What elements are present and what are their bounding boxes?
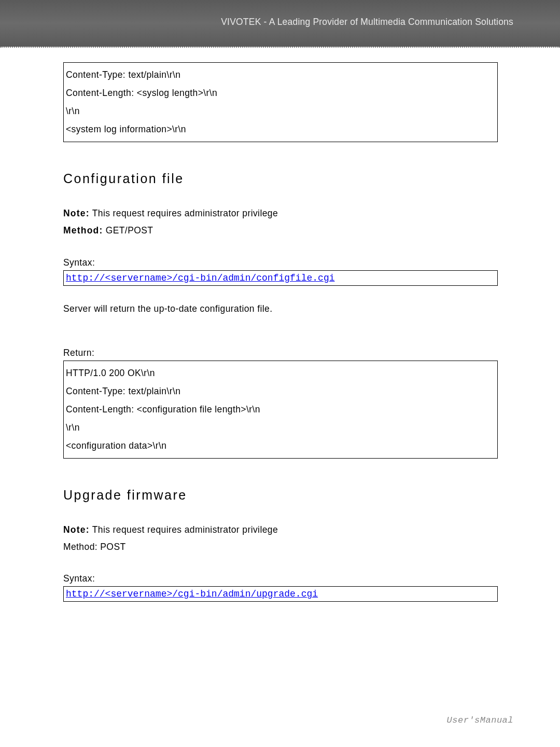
note-text-upgrade: This request requires administrator priv… [90, 524, 278, 535]
syntax-box-config: http://<servername>/cgi-bin/admin/config… [63, 270, 498, 286]
note-config: Note: This request requires administrato… [63, 205, 498, 222]
box1-line2: Content-Length: <syslog length>\r\n [66, 84, 495, 102]
header-title: VIVOTEK - A Leading Provider of Multimed… [221, 17, 513, 27]
section-heading-upgrade: Upgrade firmware [63, 488, 498, 503]
method-label: Method: [63, 225, 103, 236]
box2-line2: Content-Type: text/plain\r\n [66, 382, 495, 400]
box2-line1: HTTP/1.0 200 OK\r\n [66, 364, 495, 382]
syntax-box-upgrade: http://<servername>/cgi-bin/admin/upgrad… [63, 586, 498, 602]
box1-line4: <system log information>\r\n [66, 120, 495, 139]
box2-line3: Content-Length: <configuration file leng… [66, 400, 495, 419]
syntax-label-upgrade: Syntax: [63, 573, 498, 584]
response-box-config: HTTP/1.0 200 OK\r\n Content-Type: text/p… [63, 361, 498, 459]
method-upgrade: Method: POST [63, 538, 498, 556]
section-heading-config: Configuration file [63, 171, 498, 186]
box1-line1: Content-Type: text/plain\r\n [66, 66, 495, 84]
box2-line4: \r\n [66, 419, 495, 437]
box1-line3: \r\n [66, 102, 495, 120]
header-bar: VIVOTEK - A Leading Provider of Multimed… [0, 0, 560, 47]
upgrade-url-link[interactable]: http://<servername>/cgi-bin/admin/upgrad… [66, 589, 318, 599]
note-label-upgrade: Note: [63, 524, 90, 535]
note-text: This request requires administrator priv… [90, 208, 278, 218]
note-label: Note: [63, 208, 90, 218]
box2-line5: <configuration data>\r\n [66, 437, 495, 455]
syntax-label-config: Syntax: [63, 257, 498, 268]
return-label-config: Return: [63, 348, 498, 358]
method-text: GET/POST [103, 225, 153, 236]
method-config: Method: GET/POST [63, 222, 498, 239]
note-upgrade: Note: This request requires administrato… [63, 521, 498, 538]
footer-text: User'sManual [447, 715, 513, 725]
response-box-syslog: Content-Type: text/plain\r\n Content-Len… [63, 62, 498, 142]
config-url-link[interactable]: http://<servername>/cgi-bin/admin/config… [66, 273, 334, 283]
page-content: Content-Type: text/plain\r\n Content-Len… [0, 48, 560, 602]
desc-config: Server will return the up-to-date config… [63, 303, 498, 314]
